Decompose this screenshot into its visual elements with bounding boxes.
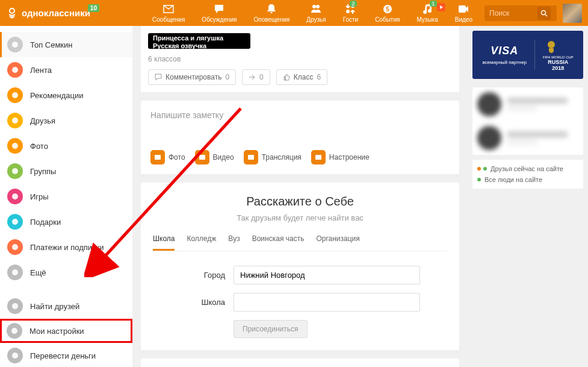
search-button[interactable] [537, 7, 551, 20]
tab-1[interactable]: Колледж [187, 234, 216, 251]
nav-friends[interactable]: Друзья [306, 3, 326, 23]
compose-note-card: Напишите заметку ФотоВидеоТрансляцияНаст… [141, 101, 459, 174]
note-prompt[interactable]: Напишите заметку [150, 110, 450, 120]
svg-point-18 [12, 244, 18, 250]
comment-button[interactable]: Комментировать 0 [148, 69, 236, 85]
nav-guests[interactable]: Гости2 [343, 3, 358, 23]
nav-bell[interactable]: Оповещения [253, 3, 289, 23]
friends-suggestions [472, 87, 583, 155]
site-name: одноклассники [22, 8, 90, 18]
svg-point-1 [312, 5, 316, 8]
sidebar-item-star[interactable]: Рекомендации [0, 83, 132, 108]
svg-point-22 [12, 353, 18, 359]
sidebar-item-people[interactable]: Друзья [0, 108, 132, 133]
share-button[interactable]: 0 [242, 69, 270, 85]
svg-point-19 [12, 269, 18, 275]
notifications-badge: 10 [88, 4, 99, 12]
nav-video[interactable]: Видео [455, 3, 472, 23]
attach-настроение[interactable]: Настроение [311, 150, 370, 165]
attach-icon [195, 150, 209, 165]
visa-banner[interactable]: VISA всемирный партнер FIFA WORLD CUP RU… [472, 31, 583, 79]
svg-point-12 [12, 92, 18, 98]
sidebar-item-wallet[interactable]: Платежи и подписки [0, 234, 132, 260]
svg-point-11 [12, 67, 18, 73]
user-avatar[interactable] [563, 4, 582, 23]
ruble-icon [7, 348, 23, 363]
groups-icon [7, 163, 23, 179]
svg-point-20 [12, 303, 18, 309]
chat-icon [212, 3, 226, 15]
events-icon: 5 [380, 3, 395, 15]
about-title: Расскажите о Себе [153, 195, 447, 209]
friend-item[interactable] [472, 121, 583, 155]
attach-фото[interactable]: Фото [150, 150, 185, 165]
sidebar-item-camera[interactable]: Фото [0, 133, 132, 158]
site-logo[interactable]: одноклассники 10 [6, 7, 90, 19]
friends-icon [309, 3, 323, 15]
svg-point-8 [542, 10, 546, 14]
svg-point-2 [316, 5, 320, 8]
sidebar-item-avatar[interactable]: Топ Семкин [0, 32, 132, 57]
nav-events[interactable]: 5События [375, 3, 400, 23]
nav-music[interactable]: Музыка1 [416, 3, 438, 23]
sidebar-item-gamepad[interactable]: Игры [0, 184, 132, 209]
search-input[interactable] [489, 9, 537, 17]
ok-logo-icon [6, 7, 18, 19]
tab-3[interactable]: Воинская часть [252, 234, 305, 251]
city-input[interactable] [234, 266, 420, 284]
search-box[interactable] [484, 5, 557, 21]
svg-point-10 [12, 42, 18, 48]
attach-icon [150, 150, 165, 165]
svg-point-32 [548, 41, 555, 48]
video-icon [456, 3, 471, 15]
sidebar-item-groups[interactable]: Группы [0, 158, 132, 184]
city-label: Город [177, 271, 225, 280]
post-card: Принцесса и лягушка Русская озвучка (дуб… [141, 26, 459, 92]
svg-point-16 [12, 193, 18, 199]
attach-icon [311, 150, 326, 165]
svg-point-14 [12, 143, 18, 149]
visa-logo: VISA [482, 45, 527, 57]
sidebar-item-gear[interactable]: Мои настройки [0, 319, 132, 343]
people-icon [7, 113, 23, 128]
svg-rect-28 [155, 155, 161, 160]
svg-rect-7 [459, 5, 466, 13]
tab-0[interactable]: Школа [153, 234, 175, 251]
school-input[interactable] [234, 293, 420, 312]
thumb-up-icon [283, 74, 290, 81]
svg-line-9 [545, 14, 547, 16]
school-label: Школа [177, 298, 225, 307]
tab-4[interactable]: Организация [316, 234, 359, 251]
svg-point-15 [12, 168, 18, 174]
nav-chat[interactable]: Обсуждения [202, 3, 237, 23]
sidebar-item-gift[interactable]: Подарки [0, 209, 132, 234]
sidebar-item-ruble[interactable]: Перевести деньги [0, 343, 132, 367]
nav-envelope[interactable]: Сообщения [152, 3, 185, 23]
more-icon [7, 265, 23, 280]
camera-icon [7, 138, 23, 154]
join-button[interactable]: Присоединиться [234, 320, 308, 338]
attach-видео[interactable]: Видео [195, 150, 234, 165]
comment-icon [155, 74, 162, 81]
friends-online-link[interactable]: Друзья сейчас на сайте [477, 163, 578, 174]
svg-point-0 [10, 8, 14, 13]
sidebar-item-list[interactable]: Лента [0, 57, 132, 83]
attach-трансляция[interactable]: Трансляция [244, 150, 302, 165]
video-thumbnail[interactable]: Принцесса и лягушка Русская озвучка (дуб… [148, 33, 250, 49]
svg-point-21 [11, 328, 17, 334]
svg-rect-29 [199, 155, 205, 160]
post-title: Принцесса и лягушка Русская озвучка (дуб… [153, 34, 250, 58]
feed-filters: ВсёВажноеФотоЗаметкиКлассыВидеоИгры [141, 359, 459, 367]
wallet-icon [7, 239, 23, 255]
sidebar-item-more[interactable]: Ещё [0, 260, 132, 285]
avatar-icon [7, 37, 23, 52]
gamepad-icon [7, 189, 23, 204]
all-people-online-link[interactable]: Все люди на сайте [477, 174, 578, 185]
search-people-icon [7, 298, 23, 314]
like-button[interactable]: Класс 6 [276, 69, 327, 85]
sidebar-item-search-people[interactable]: Найти друзей [0, 293, 132, 319]
star-icon [7, 87, 23, 103]
tab-2[interactable]: Вуз [228, 234, 240, 251]
gear-icon [7, 323, 22, 339]
friend-item[interactable] [472, 87, 583, 121]
